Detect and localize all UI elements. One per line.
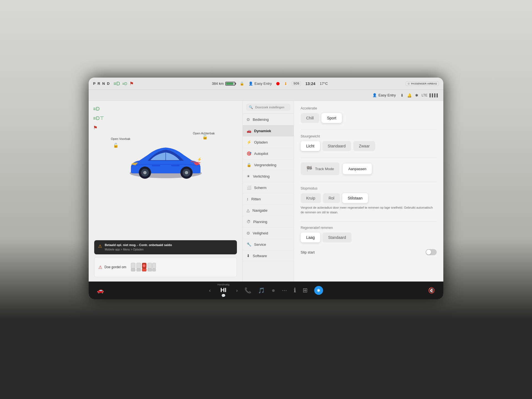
tesla-screen: P R N D ≡D ≡D ⚑ 384 km 🔒 👤 Ea [89,78,443,299]
svg-point-7 [185,171,188,174]
menu-item-dynamiek[interactable]: 🚗 Dynamiek [243,125,294,137]
scherm-icon: ⬜ [247,185,251,190]
svg-rect-19 [148,263,152,268]
trackmode-section: 🏁 Track Mode Aanpassen [301,162,437,175]
dynamiek-icon: 🚗 [247,129,251,133]
search-input[interactable] [255,106,288,109]
divider-2 [301,158,437,158]
slip-start-row: Slip start [301,249,437,255]
veiligheid-label: Veiligheid [253,231,268,235]
menu-item-ritten[interactable]: ↕ Ritten [243,193,294,205]
laag-button[interactable]: Laag [301,232,320,242]
menu-items-list: ⊙ Bediening 🚗 Dynamiek ⚡ Opladen 🎯 [243,114,294,282]
menu-item-opladen[interactable]: ⚡ Opladen [243,137,294,148]
grid-icon[interactable]: ⊞ [303,287,308,294]
prnd-display: P R N D [93,81,110,86]
track-mode-label: Track Mode [315,167,334,171]
passenger-airbag-label: PASSENGER AIRBAG [411,82,437,85]
phone-icon[interactable]: 📞 [244,287,251,294]
svg-point-18 [143,264,145,267]
battery-info: 384 km [212,81,236,86]
opladen-icon: ⚡ [247,140,251,144]
menu-item-navigatie[interactable]: △ Navigatie [243,205,294,216]
standaard-regen-button[interactable]: Standaard [323,232,352,242]
record-icon [276,82,280,85]
kruip-button[interactable]: Kruip [301,193,321,203]
seats-display [130,260,157,274]
search-input-wrap[interactable]: 🔍 [246,104,290,111]
stilstaan-button[interactable]: Stilstaan [342,193,368,203]
status-bar: P R N D ≡D ≡D ⚑ 384 km 🔒 👤 Ea [89,78,443,90]
svg-rect-8 [152,165,160,166]
time-display: 13:24 [305,81,315,86]
cruise-icon: ≡D [122,82,127,86]
dashboard-background: P R N D ≡D ≡D ⚑ 384 km 🔒 👤 Ea [0,0,532,399]
status-center: 384 km 🔒 👤 Easy Entry ⬇ SOS 13:24 17°C [212,81,328,86]
stuurgewicht-label: Stuurgewicht [301,134,437,138]
menu-item-scherm[interactable]: ⬜ Scherm [243,182,294,193]
volume-icon[interactable]: 🔇 [428,287,435,294]
car-bottom-icon[interactable]: 🚗 [97,287,104,294]
menu-item-autopilot[interactable]: 🎯 Autopilot [243,148,294,159]
settings-menu-panel: 🔍 ⊙ Bediening 🚗 Dynamiek [242,101,294,282]
car-area: Open Voorbak Open Achterbak 🔓 🔓 [89,101,242,240]
left-panel: ≡D ≡D⊤ ⚑ Open Voorbak Open Achterbak [89,101,242,282]
signal-icon: LTE ▐▐▐▐ [422,93,438,97]
stuurgewicht-section: Stuurgewicht Licht Standaard Zwaar [301,134,437,151]
settings-content-panel: Acceleratie Chill Sport Stuurgewicht Lic… [294,101,443,282]
dots-icon[interactable]: ··· [282,287,287,294]
menu-item-verlichting[interactable]: ☀ Verlichting [243,171,294,182]
menu-item-veiligheid[interactable]: ⊙ Veiligheid [243,227,294,239]
spotify-icon[interactable]: 🎵 [258,287,265,294]
seats-svg [130,260,157,274]
autopilot-icon: 🎯 [247,151,251,156]
track-mode-button[interactable]: 🏁 Track Mode [301,162,339,175]
aanpassen-button[interactable]: Aanpassen [343,163,372,174]
easy-entry-label: Easy Entry [254,81,272,86]
circle-icon[interactable]: ● [272,287,275,294]
svg-rect-14 [137,263,141,268]
standaard-stuur-button[interactable]: Standaard [322,141,351,151]
prev-arrow[interactable]: ‹ [209,288,211,293]
passenger-airbag-info: ⊙ PASSENGER AIRBAG [406,81,439,86]
bottom-left-section: 🚗 [97,287,104,294]
battery-icon [225,82,235,86]
menu-item-service[interactable]: 🔧 Service [243,239,294,250]
alert-warning-icon: ⚠ [98,244,102,249]
speed-limit-icon: ≡D [113,81,120,86]
svg-text:⚡: ⚡ [197,157,202,162]
bluetooth-button[interactable]: ✱ [314,286,323,295]
info-icon[interactable]: ℹ [294,287,296,294]
person-icon-header: 👤 [372,93,377,97]
seatbelt-warning-icon: ⚠ [98,265,102,270]
zwaar-button[interactable]: Zwaar [353,141,375,151]
menu-item-bediening[interactable]: ⊙ Bediening [243,114,294,125]
svg-point-4 [143,171,147,174]
svg-rect-21 [152,263,156,268]
alert-subtitle: Mobiele app > Menu > Opladen [105,248,172,252]
sport-button[interactable]: Sport [321,113,342,123]
stopmodus-buttons: Kruip Rol Stilstaan [301,193,437,203]
planning-label: Planning [253,220,267,224]
navigatie-label: Navigatie [252,208,267,213]
track-mode-row: 🏁 Track Mode Aanpassen [301,162,437,175]
status-left: P R N D ≡D ≡D ⚑ [93,81,134,86]
svg-rect-15 [137,268,141,271]
ritten-label: Ritten [251,197,261,201]
opladen-label: Opladen [254,140,268,144]
menu-item-software[interactable]: ⬇ Software [243,250,294,262]
hood-lock-icon: 🔓 [113,143,119,148]
slip-start-toggle[interactable] [426,249,437,255]
menu-item-vergrendeling[interactable]: 🔒 Vergrendeling [243,159,294,171]
search-box: 🔍 [243,101,294,114]
download-icon: ⬇ [284,81,287,86]
rol-button[interactable]: Rol [323,193,340,203]
acceleratie-label: Acceleratie [301,106,437,110]
bottom-center-section: ‹ Handmatig HI 💬 › 📞 🎵 ● ··· ℹ ⊞ ✱ [209,283,323,298]
regeneratief-section: Regeneratief remmen Laag Standaard [301,226,437,242]
licht-button[interactable]: Licht [301,141,320,151]
next-arrow[interactable]: › [236,288,238,293]
handmatig-label: Handmatig [217,283,229,286]
chill-button[interactable]: Chill [301,113,319,123]
menu-item-planning[interactable]: ⏱ Planning [243,216,294,227]
